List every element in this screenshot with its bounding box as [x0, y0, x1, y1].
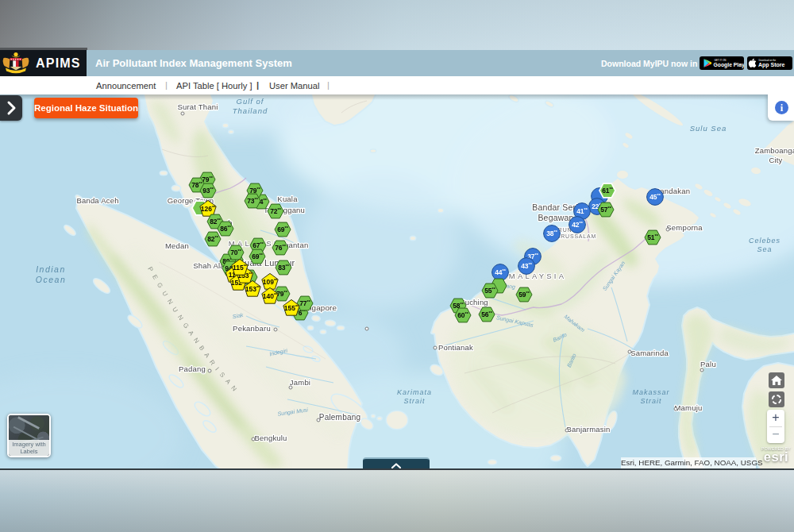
svg-text:Palembang: Palembang — [319, 413, 360, 422]
svg-text:Strait: Strait — [640, 397, 661, 405]
svg-text:Bandar Seri: Bandar Seri — [532, 202, 578, 212]
svg-text:Banjarmasin: Banjarmasin — [566, 425, 610, 434]
svg-text:Semporna: Semporna — [666, 223, 703, 232]
svg-text:MALAYSIA: MALAYSIA — [509, 272, 566, 280]
svg-text:Samarinda: Samarinda — [630, 349, 669, 357]
svg-text:Ocean: Ocean — [36, 275, 66, 284]
svg-text:Pontianak: Pontianak — [438, 343, 473, 352]
svg-text:Bengkulu: Bengkulu — [254, 434, 287, 442]
svg-text:Jambi: Jambi — [290, 378, 310, 387]
svg-text:Thailand: Thailand — [233, 106, 268, 115]
svg-text:Karimata: Karimata — [397, 388, 432, 396]
svg-text:Zamboanga: Zamboanga — [755, 146, 794, 155]
svg-text:App Store: App Store — [758, 62, 785, 68]
svg-text:City: City — [769, 156, 782, 164]
svg-text:Pekanbaru: Pekanbaru — [233, 324, 271, 333]
svg-text:Medan: Medan — [165, 241, 189, 250]
svg-text:Kuala: Kuala — [277, 195, 298, 203]
svg-text:Sea: Sea — [757, 245, 772, 253]
svg-text:Makassar: Makassar — [632, 388, 669, 396]
svg-text:Indian: Indian — [36, 264, 66, 274]
svg-text:Padang: Padang — [179, 364, 206, 373]
svg-text:Banda Aceh: Banda Aceh — [76, 196, 118, 205]
svg-text:Mamuju: Mamuju — [675, 403, 703, 412]
svg-text:Begawan: Begawan — [538, 213, 573, 222]
svg-text:Surat Thani: Surat Thani — [177, 102, 218, 111]
svg-text:Google Play: Google Play — [714, 62, 745, 68]
svg-text:Sulu Sea: Sulu Sea — [690, 124, 727, 133]
svg-text:Celebes: Celebes — [749, 237, 781, 245]
svg-text:Strait: Strait — [403, 397, 425, 405]
svg-text:Palu: Palu — [700, 360, 716, 368]
